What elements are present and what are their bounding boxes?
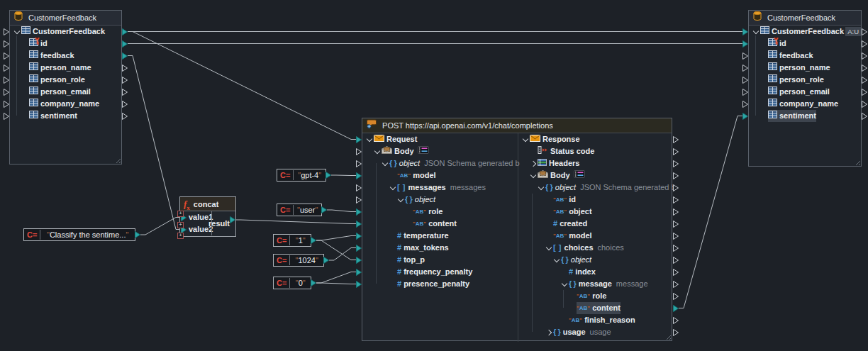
resize-handle[interactable] [854, 159, 860, 165]
node-usage[interactable]: { }usageusage [518, 326, 672, 338]
input-port[interactable] [356, 160, 362, 167]
output-port[interactable] [673, 317, 679, 324]
node-object[interactable]: { }objectJSON Schema generated b [518, 182, 672, 194]
output-port[interactable] [321, 206, 327, 213]
node-model[interactable]: "AB"model [518, 230, 672, 242]
output-port[interactable] [122, 89, 128, 96]
node-role[interactable]: "AB"role [518, 290, 672, 302]
input-port[interactable] [356, 281, 362, 288]
chevron-down-icon[interactable] [538, 182, 545, 194]
input-port[interactable] [742, 28, 748, 35]
output-port[interactable] [862, 89, 867, 96]
node-id[interactable]: id [749, 38, 861, 50]
output-port[interactable] [122, 40, 128, 48]
input-port[interactable] [356, 245, 362, 252]
output-port[interactable] [311, 237, 316, 244]
node-frequency-penalty[interactable]: #frequency_penalty [362, 266, 518, 278]
rest-component-header[interactable]: POST https://api.openai.com/v1/chat/comp… [362, 118, 672, 133]
node-status-code[interactable]: Status code [518, 145, 672, 157]
output-port[interactable] [311, 279, 316, 286]
output-port[interactable] [122, 52, 128, 60]
chevron-right-icon[interactable] [530, 157, 538, 169]
chevron-down-icon[interactable] [522, 133, 530, 145]
output-port[interactable] [673, 160, 679, 167]
node-object[interactable]: { }object [362, 194, 518, 206]
input-port[interactable] [356, 184, 362, 191]
node-choices[interactable]: [ ]choiceschoices [518, 242, 672, 254]
output-port[interactable] [673, 281, 679, 288]
node-temperature[interactable]: #temperature [362, 230, 518, 242]
node-headers[interactable]: Headers [518, 157, 672, 169]
node-object[interactable]: "AB"object [518, 206, 672, 218]
node-content[interactable]: "AB"content [518, 302, 672, 314]
node-message[interactable]: { }messagemessage [518, 278, 672, 290]
input-port[interactable] [356, 257, 362, 264]
output-port[interactable] [862, 101, 867, 108]
node-feedback[interactable]: feedback [749, 50, 861, 62]
add-input-button[interactable]: + [177, 222, 184, 228]
chevron-down-icon[interactable] [752, 26, 760, 38]
node-sentiment[interactable]: sentiment [749, 110, 861, 122]
filmstrip-icon[interactable] [418, 145, 429, 157]
chevron-right-icon[interactable] [545, 326, 553, 338]
output-port[interactable] [862, 40, 867, 48]
target-database-component[interactable]: CustomerFeedback CustomerFeedbackA:Uidfe… [748, 10, 862, 167]
node-person-role[interactable]: person_role [749, 74, 861, 86]
chevron-down-icon[interactable] [545, 242, 553, 254]
output-port[interactable] [673, 269, 679, 276]
node-response[interactable]: Response [518, 133, 672, 145]
output-port[interactable] [862, 77, 867, 84]
input-port[interactable] [356, 208, 362, 216]
input-port[interactable] [742, 40, 748, 48]
input-port[interactable] [356, 269, 362, 276]
node-finish-reason[interactable]: "AB"finish_reason [518, 314, 672, 326]
output-port[interactable] [323, 257, 329, 264]
input-port[interactable] [742, 101, 748, 108]
node-sentiment[interactable]: sentiment [10, 110, 121, 122]
node-person-role[interactable]: person_role [10, 74, 121, 86]
concat-function-header[interactable]: fxconcat [180, 197, 235, 211]
constant-classify-prompt[interactable]: C= "Classify the sentime..." [23, 228, 135, 241]
node-person-email[interactable]: person_email [10, 86, 121, 98]
chevron-down-icon[interactable] [13, 26, 21, 38]
node-person-name[interactable]: person_name [749, 62, 861, 74]
function-output-result[interactable]: result [208, 211, 230, 235]
output-port[interactable] [673, 196, 679, 204]
input-port[interactable] [356, 148, 362, 155]
node-created[interactable]: #created [518, 218, 672, 230]
node-company-name[interactable]: company_name [749, 98, 861, 110]
output-port[interactable] [673, 148, 679, 155]
add-input-button[interactable]: + [177, 233, 184, 239]
node-person-email[interactable]: person_email [749, 86, 861, 98]
input-port[interactable] [4, 101, 9, 108]
output-port[interactable] [122, 77, 128, 84]
node-feedback[interactable]: feedback [10, 50, 121, 62]
input-port[interactable] [4, 65, 9, 72]
add-input-button[interactable]: + [177, 211, 184, 217]
rest-call-component[interactable]: POST https://api.openai.com/v1/chat/comp… [362, 118, 672, 341]
concat-function[interactable]: fxconcat value1 value2 result + + + [179, 196, 236, 237]
output-port[interactable] [673, 136, 679, 143]
resize-handle[interactable] [114, 157, 121, 163]
node-company-name[interactable]: company_name [10, 98, 121, 110]
node-request[interactable]: Request [362, 133, 518, 145]
input-port[interactable] [742, 113, 748, 120]
input-port[interactable] [356, 233, 362, 240]
node-content[interactable]: "AB"content [362, 218, 518, 230]
output-port[interactable] [673, 293, 679, 300]
constant-gpt4[interactable]: C= "gpt-4" [277, 169, 326, 182]
chevron-down-icon[interactable] [530, 169, 538, 182]
output-port[interactable] [862, 65, 867, 72]
node-body[interactable]: Body [518, 169, 672, 182]
input-port[interactable] [4, 52, 9, 60]
output-port[interactable] [122, 113, 128, 120]
output-port[interactable] [673, 257, 679, 264]
node-object[interactable]: { }objectJSON Schema generated b [362, 157, 518, 169]
node-customerfeedback[interactable]: CustomerFeedback [10, 26, 121, 38]
output-port[interactable] [673, 221, 679, 228]
output-port[interactable] [862, 28, 867, 35]
output-port[interactable] [673, 233, 679, 240]
input-port[interactable] [356, 172, 362, 179]
output-port[interactable] [326, 172, 331, 179]
input-port[interactable] [742, 77, 748, 84]
